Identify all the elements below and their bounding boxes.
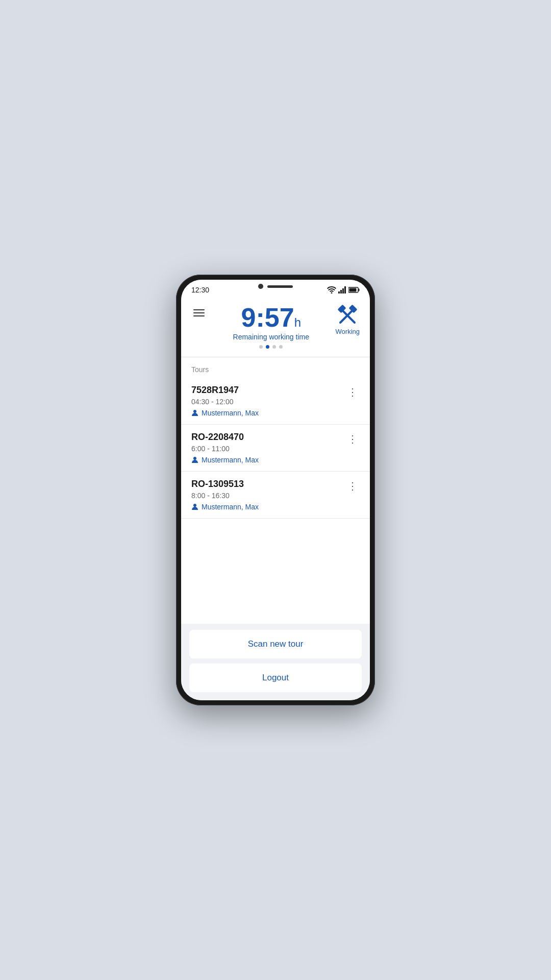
camera-dot bbox=[258, 284, 263, 289]
working-label: Working bbox=[336, 328, 360, 335]
tour-id-3: RO-1309513 bbox=[191, 479, 345, 489]
tour-item[interactable]: 7528R1947 04:30 - 12:00 Mustermann, Max … bbox=[181, 378, 370, 425]
status-icons bbox=[327, 286, 360, 293]
scan-new-tour-button[interactable]: Scan new tour bbox=[189, 630, 362, 658]
tour-more-button-2[interactable]: ⋮ bbox=[345, 432, 360, 446]
tour-id-2: RO-2208470 bbox=[191, 432, 345, 443]
tour-user-1: Mustermann, Max bbox=[191, 409, 345, 417]
timer-section: 9:57h Remaining working time bbox=[207, 304, 336, 349]
page-dot-3[interactable] bbox=[272, 345, 276, 349]
logout-button[interactable]: Logout bbox=[189, 664, 362, 692]
tour-info-2: RO-2208470 6:00 - 11:00 Mustermann, Max bbox=[191, 432, 345, 464]
status-time: 12:30 bbox=[191, 286, 209, 294]
tour-item[interactable]: RO-2208470 6:00 - 11:00 Mustermann, Max … bbox=[181, 425, 370, 472]
tour-id-1: 7528R1947 bbox=[191, 385, 345, 396]
tour-more-button-3[interactable]: ⋮ bbox=[345, 479, 360, 493]
camera-area bbox=[258, 284, 293, 289]
tour-time-2: 6:00 - 11:00 bbox=[191, 445, 345, 453]
page-dot-1[interactable] bbox=[259, 345, 263, 349]
tour-more-button-1[interactable]: ⋮ bbox=[345, 385, 360, 399]
hamburger-button[interactable] bbox=[191, 307, 207, 318]
battery-icon bbox=[348, 287, 360, 293]
status-bar: 12:30 bbox=[181, 280, 370, 298]
tour-info-3: RO-1309513 8:00 - 16:30 Mustermann, Max bbox=[191, 479, 345, 511]
svg-rect-5 bbox=[359, 289, 360, 291]
speaker-bar bbox=[267, 285, 293, 288]
tours-section-label: Tours bbox=[181, 357, 370, 378]
bottom-section: Scan new tour Logout bbox=[181, 624, 370, 700]
tour-time-1: 04:30 - 12:00 bbox=[191, 398, 345, 406]
tour-item[interactable]: RO-1309513 8:00 - 16:30 Mustermann, Max … bbox=[181, 472, 370, 519]
svg-point-13 bbox=[193, 504, 196, 507]
page-dots[interactable] bbox=[207, 345, 336, 349]
svg-rect-6 bbox=[349, 288, 357, 292]
signal-icon bbox=[338, 286, 346, 293]
tour-driver-3: Mustermann, Max bbox=[202, 503, 259, 511]
timer-unit: h bbox=[294, 315, 301, 329]
tour-driver-1: Mustermann, Max bbox=[202, 409, 259, 417]
phone-frame: 12:30 bbox=[176, 275, 375, 705]
tour-info-1: 7528R1947 04:30 - 12:00 Mustermann, Max bbox=[191, 385, 345, 417]
timer-value: 9:57 bbox=[241, 303, 294, 332]
tour-driver-2: Mustermann, Max bbox=[202, 456, 259, 464]
person-icon-1 bbox=[191, 409, 198, 416]
tools-icon bbox=[336, 304, 359, 327]
timer-display: 9:57h bbox=[207, 304, 336, 331]
svg-point-11 bbox=[193, 410, 196, 413]
svg-rect-1 bbox=[340, 290, 342, 293]
page-dot-4[interactable] bbox=[279, 345, 283, 349]
svg-point-12 bbox=[193, 457, 196, 460]
person-icon-3 bbox=[191, 503, 198, 510]
working-status-button[interactable]: Working bbox=[336, 304, 360, 335]
tour-user-2: Mustermann, Max bbox=[191, 456, 345, 464]
svg-rect-0 bbox=[338, 291, 340, 293]
wifi-icon bbox=[327, 286, 336, 293]
phone-screen: 12:30 bbox=[181, 280, 370, 700]
page-dot-2[interactable] bbox=[266, 345, 269, 349]
tour-user-3: Mustermann, Max bbox=[191, 503, 345, 511]
svg-rect-2 bbox=[342, 288, 344, 293]
person-icon-2 bbox=[191, 456, 198, 463]
timer-label: Remaining working time bbox=[207, 333, 336, 341]
app-header: 9:57h Remaining working time Working bbox=[181, 298, 370, 357]
tour-time-3: 8:00 - 16:30 bbox=[191, 492, 345, 500]
main-content: Tours 7528R1947 04:30 - 12:00 Mustermann… bbox=[181, 357, 370, 624]
svg-rect-3 bbox=[344, 286, 346, 293]
